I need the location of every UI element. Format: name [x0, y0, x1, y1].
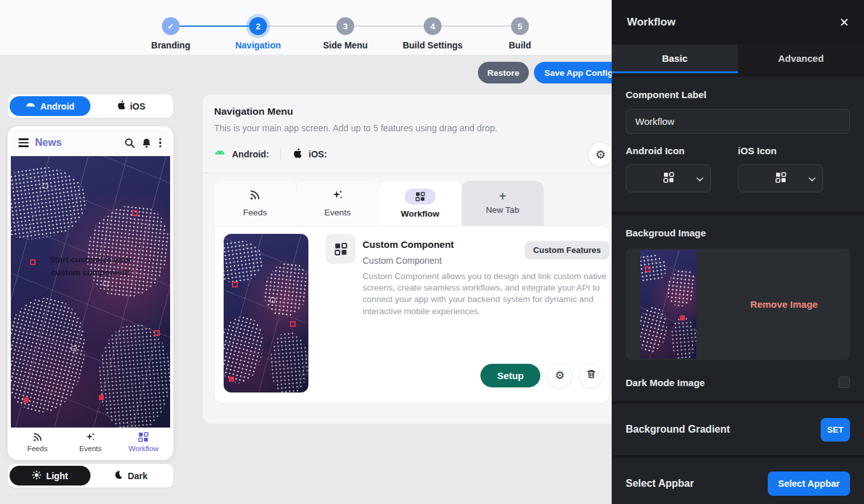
- workflow-settings-drawer: Workflow × Basic Advanced Component Labe…: [612, 0, 864, 504]
- dashboard-icon: [138, 432, 148, 443]
- step-build-settings-label: Build Settings: [394, 40, 471, 50]
- restore-button[interactable]: Restore: [478, 62, 529, 83]
- build-stepper: ✓ Branding 2 Navigation 3 Side Menu 4 Bu…: [127, 8, 563, 52]
- world-map-image: [11, 156, 170, 428]
- step-side-menu-label: Side Menu: [307, 40, 384, 50]
- sun-icon: [32, 470, 41, 482]
- component-subtitle: Custom Component: [363, 256, 454, 266]
- rss-icon: [249, 189, 261, 203]
- preview-nav-workflow[interactable]: Workflow: [117, 428, 170, 457]
- tab-basic[interactable]: Basic: [612, 45, 738, 73]
- step-navigation-circle: 2: [249, 17, 267, 35]
- tab-feeds-label: Feeds: [243, 208, 267, 217]
- dark-mode-image-checkbox[interactable]: [839, 377, 850, 388]
- dark-mode-image-row: Dark Mode Image: [626, 377, 850, 388]
- tab-events[interactable]: Events: [297, 181, 379, 226]
- tab-new-tab[interactable]: + New Tab: [462, 181, 544, 226]
- ios-icon-dropdown[interactable]: [738, 164, 823, 192]
- component-label-title: Component Label: [626, 89, 850, 100]
- preview-appbar-title: News: [35, 137, 118, 148]
- dashboard-icon: [405, 189, 436, 205]
- gear-icon: ⚙: [555, 369, 565, 382]
- kebab-menu-icon[interactable]: [158, 138, 162, 148]
- component-title: Custom Component: [363, 239, 454, 250]
- menu-icon[interactable]: [18, 138, 29, 147]
- dashboard-icon: [326, 234, 356, 264]
- set-gradient-button[interactable]: SET: [821, 418, 850, 442]
- custom-component-card: Custom Features Custom Component Custom …: [214, 226, 610, 403]
- android-icon: [214, 148, 226, 160]
- background-image-thumbnail: [640, 250, 696, 359]
- search-icon[interactable]: [124, 138, 135, 148]
- dashboard-icon: [775, 172, 786, 185]
- tab-new-tab-label: New Tab: [486, 205, 519, 215]
- sparkles-icon: [332, 189, 343, 203]
- custom-features-badge: Custom Features: [525, 241, 609, 259]
- drawer-tabs: Basic Advanced: [612, 45, 864, 73]
- platform-ios-toggle[interactable]: iOS: [90, 96, 171, 116]
- close-icon[interactable]: ×: [840, 15, 849, 30]
- remove-image-button[interactable]: Remove Image: [718, 299, 850, 310]
- theme-dark-toggle[interactable]: Dark: [90, 466, 171, 486]
- step-side-menu[interactable]: 3 Side Menu: [307, 8, 384, 50]
- rss-icon: [32, 432, 43, 443]
- preview-bottom-nav: Feeds Events Workflow: [11, 428, 170, 457]
- preview-nav-events[interactable]: Events: [64, 428, 117, 457]
- step-branding[interactable]: ✓ Branding: [133, 8, 209, 50]
- preview-background-image: Start customize your custom component!: [11, 156, 170, 428]
- select-appbar-label: Select Appbar: [626, 478, 768, 489]
- setup-button[interactable]: Setup: [480, 364, 540, 387]
- background-image-box: Remove Image: [626, 248, 850, 360]
- navigation-menu-panel: Navigation Menu This is your main app sc…: [203, 94, 621, 424]
- divider: [203, 173, 621, 173]
- tab-workflow-label: Workflow: [401, 209, 440, 219]
- component-label-input[interactable]: [626, 109, 850, 134]
- ios-icon-label: iOS Icon: [738, 145, 850, 156]
- tab-feeds[interactable]: Feeds: [214, 181, 296, 226]
- section-background-image: Backgroud Image Remove Image Dark Mode I…: [612, 212, 864, 401]
- ios-label: iOS:: [308, 149, 327, 159]
- divider: [280, 148, 281, 160]
- step-build-circle: 5: [511, 17, 529, 35]
- drawer-header: Workflow ×: [612, 0, 864, 45]
- dark-mode-image-label: Dark Mode Image: [626, 377, 839, 388]
- preview-appbar: News: [11, 129, 170, 156]
- trash-icon: [586, 369, 596, 382]
- step-build-settings[interactable]: 4 Build Settings: [394, 8, 471, 50]
- theme-toggle: Light Dark: [8, 464, 173, 487]
- component-delete-button[interactable]: [579, 364, 603, 387]
- chevron-down-icon: [696, 173, 703, 184]
- select-appbar-button[interactable]: Select Appbar: [768, 472, 850, 496]
- android-label: Android:: [232, 149, 269, 159]
- bell-icon[interactable]: [141, 138, 152, 148]
- step-build[interactable]: 5 Build: [482, 8, 558, 50]
- editor-subtitle: This is your main app screen. Add up to …: [214, 123, 610, 133]
- tab-workflow[interactable]: Workflow: [379, 181, 461, 226]
- step-branding-label: Branding: [133, 40, 209, 50]
- section-component: Component Label Android Icon iOS Icon: [612, 73, 864, 212]
- component-settings-button[interactable]: ⚙: [548, 364, 572, 387]
- tab-events-label: Events: [324, 208, 350, 217]
- settings-gear-button[interactable]: ⚙: [589, 143, 612, 166]
- apple-icon: [292, 148, 302, 161]
- drawer-title: Workflow: [627, 16, 840, 29]
- theme-light-toggle[interactable]: Light: [10, 466, 90, 486]
- platform-icons-row: Android: iOS: ⚙: [214, 145, 610, 164]
- android-icon-dropdown[interactable]: [626, 164, 711, 192]
- component-actions: Setup ⚙: [480, 364, 603, 387]
- tab-advanced[interactable]: Advanced: [738, 45, 864, 73]
- platform-android-toggle[interactable]: Android: [10, 96, 90, 116]
- gear-icon: ⚙: [595, 148, 605, 162]
- step-build-settings-circle: 4: [424, 17, 442, 35]
- step-navigation[interactable]: 2 Navigation: [220, 8, 296, 50]
- feature-tabs: Feeds Events Workflow + New Tab: [214, 181, 610, 226]
- preview-nav-feeds-label: Feeds: [27, 445, 48, 452]
- platform-ios-label: iOS: [130, 101, 145, 112]
- component-description: Custom Component allows you to design an…: [363, 271, 621, 317]
- step-branding-circle: ✓: [162, 17, 180, 35]
- android-icon: [25, 101, 36, 112]
- preview-nav-feeds[interactable]: Feeds: [11, 428, 64, 457]
- theme-light-label: Light: [46, 471, 68, 481]
- save-app-config-button[interactable]: Save App Config: [534, 62, 623, 83]
- background-image-label: Backgroud Image: [626, 227, 850, 238]
